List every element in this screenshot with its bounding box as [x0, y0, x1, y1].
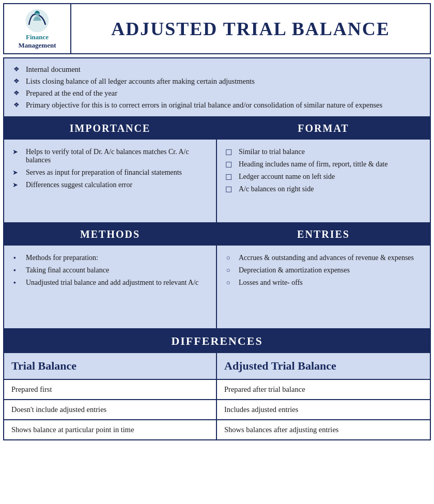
diff-row3-col2: Shows balances after adjusting entries [217, 420, 430, 439]
entries-item-2: Depreciation & amortization expenses [225, 264, 422, 277]
entries-item-3: Losses and write- offs [225, 277, 422, 289]
logo-area: Finance Management [4, 4, 71, 53]
format-item-4: A/c balances on right side [225, 183, 422, 195]
importance-list: Helps to verify total of Dr. A/c balance… [12, 146, 208, 191]
methods-col: METHODS Methods for preparation: Taking … [4, 223, 217, 328]
format-item-3: Ledger account name on left side [225, 171, 422, 183]
diff-row1-col2: Prepared after trial balance [217, 380, 430, 399]
format-content: Similar to trial balance Heading include… [217, 140, 430, 222]
importance-header: IMPORTANCE [4, 117, 216, 140]
diff-col2-title: Adjusted Trial Balance [217, 353, 430, 379]
diff-row-2: Doesn't include adjusted entries Include… [4, 400, 430, 420]
logo-line1: Finance [26, 33, 49, 41]
format-header: FORMAT [217, 117, 430, 140]
entries-list: Accrues & outstanding and advances of re… [225, 252, 422, 289]
entries-header: ENTRIES [217, 223, 430, 246]
methods-item-3: Unadjusted trial balance and add adjustm… [12, 277, 208, 289]
format-item-2: Heading includes name of firm, report, t… [225, 158, 422, 171]
entries-content: Accrues & outstanding and advances of re… [217, 246, 430, 328]
importance-item-2: Serves as input for preparation of finan… [12, 166, 208, 179]
diff-row-3: Shows balance at particular point in tim… [4, 420, 430, 439]
importance-item-3: Differences suggest calculation error [12, 179, 208, 191]
diff-col1-title: Trial Balance [4, 353, 217, 379]
differences-header: DIFFERENCES [3, 329, 431, 353]
logo-text: Finance Management [19, 33, 56, 49]
intro-section: Internal document Lists closing balance … [3, 57, 431, 117]
methods-header: METHODS [4, 223, 216, 246]
importance-format-inner: IMPORTANCE Helps to verify total of Dr. … [3, 117, 431, 223]
page-header: Finance Management ADJUSTED TRIAL BALANC… [3, 3, 431, 54]
format-item-1: Similar to trial balance [225, 146, 422, 158]
logo-icon [25, 8, 50, 33]
methods-item-1: Methods for preparation: [12, 252, 208, 264]
entries-item-1: Accrues & outstanding and advances of re… [225, 252, 422, 264]
format-list: Similar to trial balance Heading include… [225, 146, 422, 195]
diff-row3-col1: Shows balance at particular point in tim… [4, 420, 217, 439]
diff-row2-col2: Includes adjusted entries [217, 400, 430, 419]
diff-row2-col1: Doesn't include adjusted entries [4, 400, 217, 419]
methods-list: Methods for preparation: Taking final ac… [12, 252, 208, 289]
diff-row-1: Prepared first Prepared after trial bala… [4, 380, 430, 400]
methods-item-2: Taking final account balance [12, 264, 208, 277]
diff-row1-col1: Prepared first [4, 380, 217, 399]
diff-title-row: Trial Balance Adjusted Trial Balance [4, 353, 430, 380]
intro-item-4: Primary objective for this is to correct… [13, 99, 421, 111]
logo-line2: Management [19, 41, 56, 49]
methods-entries-inner: METHODS Methods for preparation: Taking … [3, 223, 431, 329]
importance-col: IMPORTANCE Helps to verify total of Dr. … [4, 117, 217, 222]
main-title: ADJUSTED TRIAL BALANCE [71, 13, 430, 45]
importance-content: Helps to verify total of Dr. A/c balance… [4, 140, 216, 222]
intro-list: Internal document Lists closing balance … [13, 64, 421, 111]
importance-item-1: Helps to verify total of Dr. A/c balance… [12, 146, 208, 166]
methods-content: Methods for preparation: Taking final ac… [4, 246, 216, 328]
entries-col: ENTRIES Accrues & outstanding and advanc… [217, 223, 430, 328]
intro-item-3: Prepared at the end of the year [13, 87, 421, 99]
importance-format-section: IMPORTANCE Helps to verify total of Dr. … [3, 117, 431, 223]
format-col: FORMAT Similar to trial balance Heading … [217, 117, 430, 222]
intro-item-2: Lists closing balance of all ledger acco… [13, 75, 421, 87]
intro-item-1: Internal document [13, 64, 421, 75]
differences-table: Trial Balance Adjusted Trial Balance Pre… [3, 353, 431, 440]
methods-entries-section: METHODS Methods for preparation: Taking … [3, 223, 431, 329]
